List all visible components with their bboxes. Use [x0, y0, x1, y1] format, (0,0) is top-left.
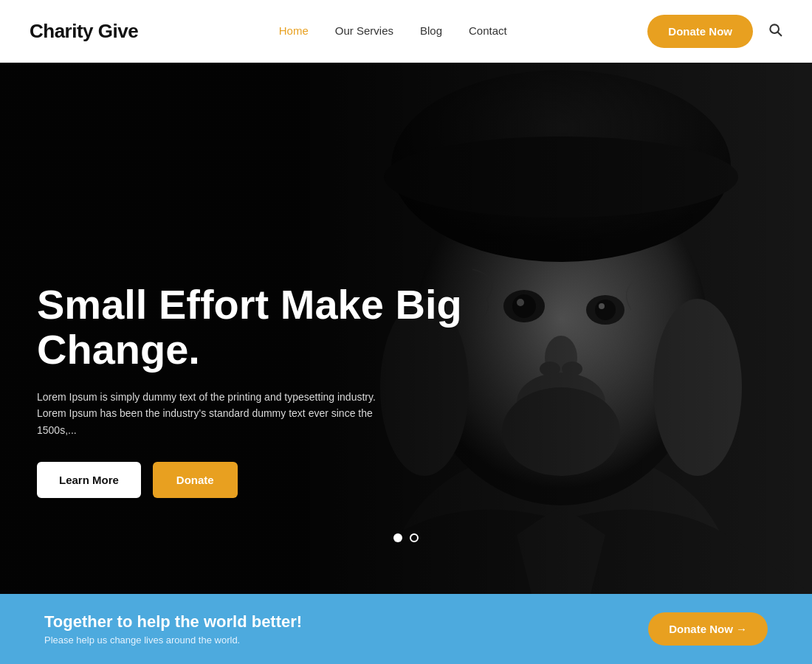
- nav-item-contact[interactable]: Contact: [469, 24, 507, 38]
- slider-dot-2[interactable]: [410, 533, 419, 542]
- nav-link-contact[interactable]: Contact: [469, 24, 507, 37]
- navbar: Charity Give Home Our Servies Blog Conta…: [0, 0, 812, 63]
- hero-content: Small Effort Make Big Change. Lorem Ipsu…: [37, 282, 465, 498]
- nav-right: Donate Now: [647, 15, 782, 48]
- nav-link-home[interactable]: Home: [279, 24, 309, 37]
- hero-section: Small Effort Make Big Change. Lorem Ipsu…: [0, 63, 812, 594]
- nav-link-blog[interactable]: Blog: [420, 24, 442, 37]
- banner-text-block: Together to help the world better! Pleas…: [44, 612, 302, 646]
- learn-more-button[interactable]: Learn More: [37, 462, 141, 498]
- nav-links: Home Our Servies Blog Contact: [279, 24, 507, 38]
- nav-item-blog[interactable]: Blog: [420, 24, 442, 38]
- site-logo: Charity Give: [30, 20, 138, 43]
- slider-dots: [393, 533, 419, 542]
- hero-description: Lorem Ipsum is simply dummy text of the …: [37, 389, 406, 438]
- donate-button[interactable]: Donate: [153, 462, 238, 498]
- search-icon[interactable]: [768, 22, 782, 41]
- nav-link-services[interactable]: Our Servies: [335, 24, 393, 37]
- bottom-banner: Together to help the world better! Pleas…: [0, 594, 812, 664]
- slider-dot-1[interactable]: [393, 533, 402, 542]
- donate-now-button[interactable]: Donate Now: [647, 15, 753, 48]
- banner-subtext: Please help us change lives around the w…: [44, 634, 302, 646]
- banner-heading: Together to help the world better!: [44, 612, 302, 632]
- hero-buttons: Learn More Donate: [37, 462, 465, 498]
- nav-item-home[interactable]: Home: [279, 24, 309, 38]
- hero-title: Small Effort Make Big Change.: [37, 282, 465, 373]
- banner-donate-button[interactable]: Donate Now →: [648, 612, 768, 646]
- svg-line-1: [778, 32, 782, 35]
- nav-item-services[interactable]: Our Servies: [335, 24, 393, 38]
